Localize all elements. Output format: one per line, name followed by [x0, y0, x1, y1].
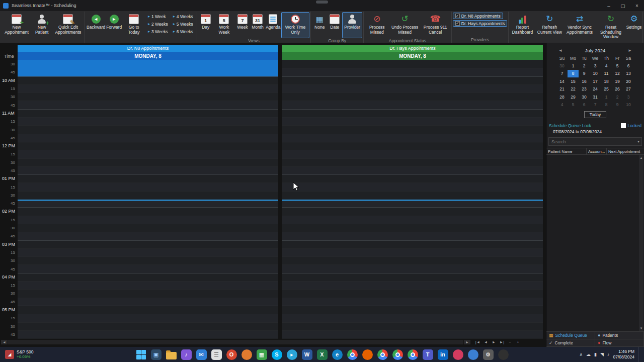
next-month-button[interactable]: ►: [626, 48, 634, 53]
zoom-in-button[interactable]: +: [515, 340, 521, 345]
time-slot[interactable]: [282, 281, 543, 289]
provider-hays-checkbox[interactable]: ✓Dr. Hays Appointments: [453, 20, 507, 27]
vendor-sync-appointments-button[interactable]: ⇄Vendor Sync Appointments: [564, 12, 595, 38]
mini-cal-day[interactable]: 20: [623, 77, 634, 85]
time-slot[interactable]: [18, 150, 278, 158]
app-dark[interactable]: [497, 348, 509, 360]
time-slot[interactable]: [18, 158, 278, 166]
time-slot[interactable]: [18, 216, 278, 224]
view-month-button[interactable]: 31Month: [250, 12, 265, 38]
time-slot[interactable]: [282, 256, 543, 264]
mini-cal-day[interactable]: 16: [579, 77, 590, 85]
task-view-button[interactable]: ▣: [150, 348, 162, 360]
mini-cal-day[interactable]: 23: [579, 85, 590, 94]
mini-cal-day[interactable]: 17: [590, 77, 601, 85]
time-slot[interactable]: [18, 84, 278, 93]
four-weeks-button[interactable]: ▸4 Weeks: [172, 13, 195, 20]
prev-month-button[interactable]: ◄: [556, 48, 565, 53]
mini-cal-day[interactable]: 30: [579, 93, 590, 101]
time-slot[interactable]: [282, 68, 543, 76]
time-slot[interactable]: [18, 306, 278, 314]
mini-cal-day[interactable]: 2: [579, 62, 590, 70]
time-slot[interactable]: [18, 281, 278, 289]
mini-cal-day[interactable]: 10: [623, 101, 634, 109]
work-time-only-button[interactable]: Work Time Only: [281, 12, 310, 38]
time-slot[interactable]: [282, 142, 543, 150]
time-slot[interactable]: [282, 273, 543, 281]
time-slot[interactable]: [282, 298, 543, 306]
time-slot[interactable]: [18, 166, 278, 174]
view-week-button[interactable]: 7Week: [235, 12, 250, 38]
time-slot[interactable]: [282, 109, 543, 117]
time-slot[interactable]: [282, 93, 543, 101]
scroll-up-arrow[interactable]: ▲: [640, 156, 643, 160]
mini-cal-day[interactable]: 4: [556, 101, 568, 109]
mini-cal-day[interactable]: 29: [568, 93, 579, 101]
backward-button[interactable]: ◄Backward: [86, 12, 106, 38]
quick-edit-appointments-button[interactable]: ✎Quick Edit Appointments: [52, 12, 84, 38]
mini-cal-day[interactable]: 9: [612, 101, 623, 109]
selected-timeslot[interactable]: [18, 60, 278, 76]
time-slot[interactable]: [282, 101, 543, 109]
mini-cal-day[interactable]: 4: [601, 62, 612, 70]
mini-cal-day[interactable]: 28: [556, 93, 568, 101]
word-app[interactable]: W: [301, 348, 313, 360]
time-slot[interactable]: [18, 314, 278, 322]
maximize-button[interactable]: ▢: [616, 0, 630, 11]
scroll-left-arrow[interactable]: ◄: [1, 340, 8, 344]
mini-cal-day[interactable]: 6: [623, 62, 634, 70]
chrome-dev-browser[interactable]: [391, 348, 404, 360]
time-slot[interactable]: [282, 158, 543, 166]
zoom-out-button[interactable]: −: [507, 340, 513, 345]
start-button[interactable]: [135, 348, 147, 360]
time-slot[interactable]: [282, 84, 543, 93]
tab-complete[interactable]: ✓Complete: [546, 339, 595, 347]
six-weeks-button[interactable]: ▸6 Weeks: [172, 28, 195, 35]
media-player-app[interactable]: ♪: [180, 348, 192, 360]
skype-app[interactable]: S: [271, 348, 283, 360]
time-slot[interactable]: [282, 289, 543, 297]
app-orange[interactable]: [240, 348, 253, 360]
mini-cal-day[interactable]: 19: [612, 77, 623, 85]
time-slot[interactable]: [18, 109, 278, 117]
time-slot[interactable]: [282, 322, 543, 330]
time-slot[interactable]: [282, 125, 543, 133]
mini-cal-selected-day[interactable]: 8: [568, 70, 579, 78]
page-next-button[interactable]: ►: [491, 340, 497, 345]
patient-table-col-1[interactable]: Accoun...: [587, 148, 607, 154]
refresh-current-view-button[interactable]: ↻Refresh Current View: [535, 12, 564, 38]
time-slot[interactable]: [282, 174, 543, 183]
stock-widget[interactable]: ◢ S&P 500 +0.05%: [0, 347, 38, 362]
time-slot[interactable]: [18, 174, 278, 183]
time-slot[interactable]: [282, 117, 543, 125]
excel-app[interactable]: X: [316, 348, 328, 360]
settings-button[interactable]: ⚙Settings: [626, 12, 641, 38]
undo-process-missed-button[interactable]: ↺Undo Process Missed: [389, 12, 421, 38]
file-explorer[interactable]: [165, 348, 177, 360]
volume-icon[interactable]: ♪: [607, 352, 610, 357]
mini-cal-day[interactable]: 1: [568, 62, 579, 70]
mini-cal-day[interactable]: 24: [590, 85, 601, 94]
chrome-beta-browser[interactable]: [376, 348, 388, 360]
patient-table-col-2[interactable]: Next Appointment: [607, 148, 644, 154]
time-slot[interactable]: [18, 256, 278, 264]
time-slot[interactable]: [18, 232, 278, 240]
time-slot[interactable]: [18, 134, 278, 142]
mini-cal-day[interactable]: 11: [601, 70, 612, 78]
one-week-button[interactable]: ▸1 Week: [146, 13, 170, 20]
time-slot[interactable]: [18, 93, 278, 101]
forward-button[interactable]: ►Forward: [106, 12, 123, 38]
chrome-browser[interactable]: [346, 348, 358, 360]
mini-cal-day[interactable]: 3: [623, 93, 634, 101]
scroll-right-arrow[interactable]: ►: [464, 340, 470, 344]
mini-cal-day[interactable]: 2: [612, 93, 623, 101]
col-header-dr-n8[interactable]: Dr. N8 Appointments: [18, 45, 278, 52]
window-drag-pill[interactable]: [316, 1, 328, 4]
time-slot[interactable]: [18, 240, 278, 248]
scroll-down-arrow[interactable]: ▼: [640, 326, 643, 330]
patient-table-col-0[interactable]: Patient Name: [546, 148, 587, 154]
col-body-dr-hays[interactable]: [282, 60, 543, 339]
time-slot[interactable]: [18, 298, 278, 306]
mini-cal-day[interactable]: 22: [568, 85, 579, 94]
mini-cal-day[interactable]: 27: [623, 85, 634, 94]
